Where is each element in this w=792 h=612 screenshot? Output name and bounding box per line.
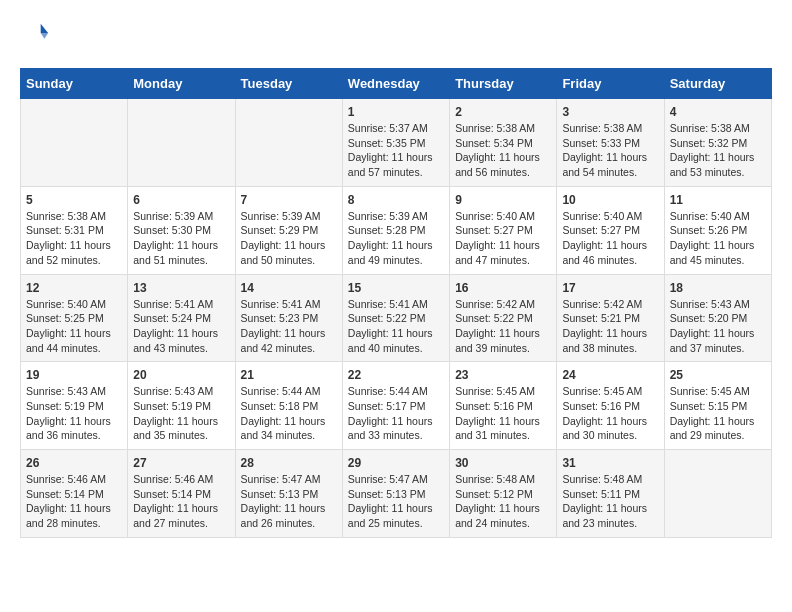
calendar-cell: 11Sunrise: 5:40 AM Sunset: 5:26 PM Dayli… (664, 186, 771, 274)
cell-info: Sunrise: 5:38 AM Sunset: 5:34 PM Dayligh… (455, 121, 551, 180)
cell-info: Sunrise: 5:45 AM Sunset: 5:16 PM Dayligh… (562, 384, 658, 443)
day-number: 26 (26, 456, 122, 470)
logo (20, 20, 50, 52)
calendar-table: SundayMondayTuesdayWednesdayThursdayFrid… (20, 68, 772, 538)
calendar-week-1: 1Sunrise: 5:37 AM Sunset: 5:35 PM Daylig… (21, 99, 772, 187)
day-number: 18 (670, 281, 766, 295)
calendar-cell: 14Sunrise: 5:41 AM Sunset: 5:23 PM Dayli… (235, 274, 342, 362)
day-number: 2 (455, 105, 551, 119)
day-number: 24 (562, 368, 658, 382)
day-header-saturday: Saturday (664, 69, 771, 99)
day-header-friday: Friday (557, 69, 664, 99)
day-number: 25 (670, 368, 766, 382)
cell-info: Sunrise: 5:39 AM Sunset: 5:30 PM Dayligh… (133, 209, 229, 268)
day-number: 4 (670, 105, 766, 119)
calendar-cell: 31Sunrise: 5:48 AM Sunset: 5:11 PM Dayli… (557, 450, 664, 538)
cell-info: Sunrise: 5:43 AM Sunset: 5:19 PM Dayligh… (26, 384, 122, 443)
calendar-cell: 30Sunrise: 5:48 AM Sunset: 5:12 PM Dayli… (450, 450, 557, 538)
cell-info: Sunrise: 5:41 AM Sunset: 5:24 PM Dayligh… (133, 297, 229, 356)
svg-marker-0 (41, 24, 48, 33)
day-number: 27 (133, 456, 229, 470)
day-number: 31 (562, 456, 658, 470)
day-number: 16 (455, 281, 551, 295)
calendar-week-3: 12Sunrise: 5:40 AM Sunset: 5:25 PM Dayli… (21, 274, 772, 362)
cell-info: Sunrise: 5:40 AM Sunset: 5:26 PM Dayligh… (670, 209, 766, 268)
cell-info: Sunrise: 5:42 AM Sunset: 5:21 PM Dayligh… (562, 297, 658, 356)
day-number: 3 (562, 105, 658, 119)
cell-info: Sunrise: 5:44 AM Sunset: 5:18 PM Dayligh… (241, 384, 337, 443)
cell-info: Sunrise: 5:45 AM Sunset: 5:15 PM Dayligh… (670, 384, 766, 443)
day-header-wednesday: Wednesday (342, 69, 449, 99)
calendar-cell: 17Sunrise: 5:42 AM Sunset: 5:21 PM Dayli… (557, 274, 664, 362)
cell-info: Sunrise: 5:47 AM Sunset: 5:13 PM Dayligh… (348, 472, 444, 531)
day-number: 20 (133, 368, 229, 382)
calendar-cell: 25Sunrise: 5:45 AM Sunset: 5:15 PM Dayli… (664, 362, 771, 450)
calendar-cell: 19Sunrise: 5:43 AM Sunset: 5:19 PM Dayli… (21, 362, 128, 450)
svg-marker-1 (41, 33, 48, 39)
cell-info: Sunrise: 5:43 AM Sunset: 5:20 PM Dayligh… (670, 297, 766, 356)
calendar-cell (235, 99, 342, 187)
cell-info: Sunrise: 5:47 AM Sunset: 5:13 PM Dayligh… (241, 472, 337, 531)
day-number: 9 (455, 193, 551, 207)
logo-icon (22, 20, 50, 48)
calendar-cell: 29Sunrise: 5:47 AM Sunset: 5:13 PM Dayli… (342, 450, 449, 538)
day-header-tuesday: Tuesday (235, 69, 342, 99)
page-header (20, 20, 772, 52)
calendar-cell: 12Sunrise: 5:40 AM Sunset: 5:25 PM Dayli… (21, 274, 128, 362)
days-header-row: SundayMondayTuesdayWednesdayThursdayFrid… (21, 69, 772, 99)
day-number: 17 (562, 281, 658, 295)
cell-info: Sunrise: 5:41 AM Sunset: 5:22 PM Dayligh… (348, 297, 444, 356)
calendar-cell: 7Sunrise: 5:39 AM Sunset: 5:29 PM Daylig… (235, 186, 342, 274)
day-number: 11 (670, 193, 766, 207)
calendar-cell: 24Sunrise: 5:45 AM Sunset: 5:16 PM Dayli… (557, 362, 664, 450)
cell-info: Sunrise: 5:39 AM Sunset: 5:29 PM Dayligh… (241, 209, 337, 268)
cell-info: Sunrise: 5:38 AM Sunset: 5:31 PM Dayligh… (26, 209, 122, 268)
calendar-cell: 13Sunrise: 5:41 AM Sunset: 5:24 PM Dayli… (128, 274, 235, 362)
calendar-cell: 6Sunrise: 5:39 AM Sunset: 5:30 PM Daylig… (128, 186, 235, 274)
cell-info: Sunrise: 5:46 AM Sunset: 5:14 PM Dayligh… (26, 472, 122, 531)
cell-info: Sunrise: 5:38 AM Sunset: 5:33 PM Dayligh… (562, 121, 658, 180)
calendar-week-2: 5Sunrise: 5:38 AM Sunset: 5:31 PM Daylig… (21, 186, 772, 274)
day-number: 28 (241, 456, 337, 470)
cell-info: Sunrise: 5:41 AM Sunset: 5:23 PM Dayligh… (241, 297, 337, 356)
calendar-cell: 22Sunrise: 5:44 AM Sunset: 5:17 PM Dayli… (342, 362, 449, 450)
day-number: 19 (26, 368, 122, 382)
day-number: 6 (133, 193, 229, 207)
day-number: 23 (455, 368, 551, 382)
cell-info: Sunrise: 5:48 AM Sunset: 5:11 PM Dayligh… (562, 472, 658, 531)
cell-info: Sunrise: 5:45 AM Sunset: 5:16 PM Dayligh… (455, 384, 551, 443)
day-number: 13 (133, 281, 229, 295)
calendar-cell (664, 450, 771, 538)
cell-info: Sunrise: 5:43 AM Sunset: 5:19 PM Dayligh… (133, 384, 229, 443)
calendar-cell: 5Sunrise: 5:38 AM Sunset: 5:31 PM Daylig… (21, 186, 128, 274)
cell-info: Sunrise: 5:40 AM Sunset: 5:27 PM Dayligh… (455, 209, 551, 268)
day-number: 5 (26, 193, 122, 207)
calendar-cell: 9Sunrise: 5:40 AM Sunset: 5:27 PM Daylig… (450, 186, 557, 274)
calendar-cell: 23Sunrise: 5:45 AM Sunset: 5:16 PM Dayli… (450, 362, 557, 450)
calendar-cell: 3Sunrise: 5:38 AM Sunset: 5:33 PM Daylig… (557, 99, 664, 187)
day-header-sunday: Sunday (21, 69, 128, 99)
day-header-thursday: Thursday (450, 69, 557, 99)
calendar-cell: 27Sunrise: 5:46 AM Sunset: 5:14 PM Dayli… (128, 450, 235, 538)
day-number: 10 (562, 193, 658, 207)
cell-info: Sunrise: 5:44 AM Sunset: 5:17 PM Dayligh… (348, 384, 444, 443)
day-number: 14 (241, 281, 337, 295)
day-header-monday: Monday (128, 69, 235, 99)
calendar-cell: 8Sunrise: 5:39 AM Sunset: 5:28 PM Daylig… (342, 186, 449, 274)
day-number: 21 (241, 368, 337, 382)
calendar-cell (128, 99, 235, 187)
calendar-cell: 20Sunrise: 5:43 AM Sunset: 5:19 PM Dayli… (128, 362, 235, 450)
day-number: 15 (348, 281, 444, 295)
cell-info: Sunrise: 5:40 AM Sunset: 5:27 PM Dayligh… (562, 209, 658, 268)
calendar-cell: 2Sunrise: 5:38 AM Sunset: 5:34 PM Daylig… (450, 99, 557, 187)
calendar-cell: 10Sunrise: 5:40 AM Sunset: 5:27 PM Dayli… (557, 186, 664, 274)
cell-info: Sunrise: 5:39 AM Sunset: 5:28 PM Dayligh… (348, 209, 444, 268)
calendar-week-5: 26Sunrise: 5:46 AM Sunset: 5:14 PM Dayli… (21, 450, 772, 538)
calendar-cell: 26Sunrise: 5:46 AM Sunset: 5:14 PM Dayli… (21, 450, 128, 538)
calendar-cell: 4Sunrise: 5:38 AM Sunset: 5:32 PM Daylig… (664, 99, 771, 187)
calendar-cell: 1Sunrise: 5:37 AM Sunset: 5:35 PM Daylig… (342, 99, 449, 187)
calendar-cell: 18Sunrise: 5:43 AM Sunset: 5:20 PM Dayli… (664, 274, 771, 362)
day-number: 7 (241, 193, 337, 207)
calendar-cell: 28Sunrise: 5:47 AM Sunset: 5:13 PM Dayli… (235, 450, 342, 538)
calendar-week-4: 19Sunrise: 5:43 AM Sunset: 5:19 PM Dayli… (21, 362, 772, 450)
